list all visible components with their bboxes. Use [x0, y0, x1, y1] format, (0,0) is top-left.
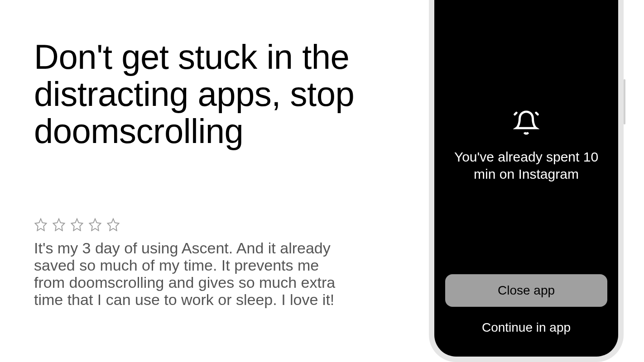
continue-in-app-button[interactable]: Continue in app	[478, 317, 574, 338]
headline: Don't get stuck in the distracting apps,…	[34, 38, 405, 150]
phone-side-button	[624, 79, 625, 124]
phone-screen: You've already spent 10 min on Instagram…	[434, 0, 618, 357]
alert-message: You've already spent 10 min on Instagram	[445, 148, 607, 182]
star-icon	[34, 218, 48, 231]
review-text: It's my 3 day of using Ascent. And it al…	[34, 239, 351, 308]
close-app-button[interactable]: Close app	[445, 274, 607, 307]
alert-section: You've already spent 10 min on Instagram	[434, 110, 618, 182]
star-icon	[106, 218, 120, 231]
star-icon	[52, 218, 66, 231]
phone-mockup: You've already spent 10 min on Instagram…	[429, 0, 624, 362]
star-icon	[88, 218, 102, 231]
rating-stars	[34, 218, 405, 231]
review-block: It's my 3 day of using Ascent. And it al…	[34, 218, 405, 308]
star-icon	[70, 218, 84, 231]
bell-ringing-icon	[513, 110, 539, 136]
